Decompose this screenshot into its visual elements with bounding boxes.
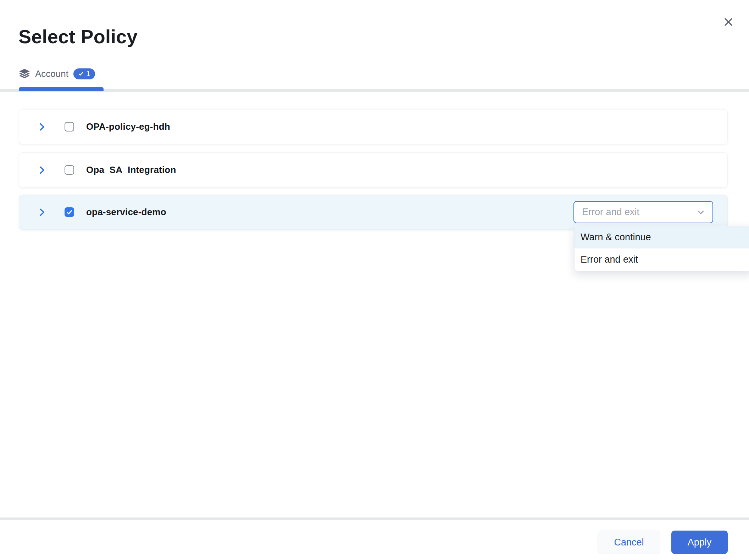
chevron-right-icon [37,207,47,217]
expand-row-button[interactable] [35,120,49,134]
policy-row-opa-sa-integration[interactable]: Opa_SA_Integration [19,152,728,187]
close-button[interactable] [719,13,738,31]
page-title: Select Policy [18,26,138,47]
policy-checkbox-checked[interactable] [65,207,74,217]
tab-account-label: Account [35,68,68,79]
cancel-button[interactable]: Cancel [598,531,660,554]
chevron-right-icon [37,165,47,175]
check-icon [66,209,73,215]
chevron-down-icon [696,208,705,217]
selected-count-value: 1 [86,69,90,78]
policy-checkbox-unchecked[interactable] [65,122,74,131]
policy-name-label: OPA-policy-eg-hdh [86,121,170,132]
selected-count-badge: 1 [73,68,95,79]
option-warn-and-continue[interactable]: Warn & continue [575,226,749,248]
expand-row-button[interactable] [35,163,49,177]
apply-button[interactable]: Apply [671,531,728,554]
policy-checkbox-unchecked[interactable] [65,165,74,175]
on-failure-options-menu: Warn & continue Error and exit [574,226,749,271]
policy-row-opa-policy-eg-hdh[interactable]: OPA-policy-eg-hdh [19,109,728,144]
select-policy-modal: Select Policy Account 1 [0,0,749,560]
tab-account[interactable]: Account 1 [19,68,95,79]
expand-row-button[interactable] [35,205,49,219]
active-tab-underline [19,87,104,91]
policy-name-label: opa-service-demo [86,207,166,218]
check-icon [78,71,84,77]
footer-divider [0,517,749,520]
policy-name-label: Opa_SA_Integration [86,164,176,175]
tab-bar-divider [0,89,749,92]
on-failure-select-value: Error and exit [582,207,696,218]
chevron-right-icon [37,122,47,132]
on-failure-select[interactable]: Error and exit [573,201,713,223]
option-error-and-exit[interactable]: Error and exit [575,248,749,271]
layers-icon [19,68,30,79]
close-icon [723,16,734,28]
